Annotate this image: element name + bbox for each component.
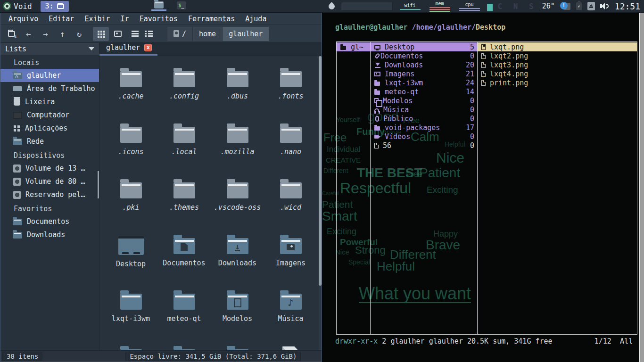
file-cell[interactable]: Imagens (264, 227, 317, 282)
sidebar-item[interactable]: Aplicações (0, 122, 99, 135)
file-cell[interactable] (264, 338, 317, 350)
file-name: Imagens (276, 259, 305, 267)
file-cell[interactable]: .mozilla (211, 115, 264, 171)
breadcrumb-current[interactable]: glaulher (223, 27, 269, 41)
sidebar-item[interactable]: Favoritos (0, 203, 99, 215)
sidebar-item[interactable]: Computador (0, 108, 99, 122)
menu-item[interactable]: Favoritos (135, 14, 182, 24)
file-row[interactable]: lxqt4.png (478, 69, 637, 78)
file-cell[interactable]: .icons (104, 115, 157, 171)
taskbar-terminal[interactable]: $ (175, 1, 188, 9)
menu-item[interactable]: Arquivo (4, 14, 42, 24)
sidebar-item[interactable]: ⌂ glaulher (0, 69, 99, 82)
file-cell[interactable]: .wicd (264, 171, 317, 227)
mem-monitor[interactable]: mem (428, 0, 452, 12)
void-menu[interactable]: Void (3, 2, 32, 11)
file-cell[interactable]: lxqt-i3wm (104, 282, 157, 338)
directory-row[interactable]: Desktop 5 (371, 42, 477, 51)
breadcrumb-home[interactable]: home (193, 27, 223, 41)
file-row[interactable]: print.png (478, 78, 637, 87)
file-cell[interactable]: Documentos (157, 227, 211, 282)
menu-item[interactable]: Ajuda (241, 14, 271, 24)
file-cell[interactable] (104, 338, 157, 350)
menu-item[interactable]: Exibir (80, 14, 114, 24)
file-cell[interactable]: .themes (157, 171, 211, 227)
file-cell[interactable]: Música (264, 282, 317, 338)
file-cell[interactable]: .fonts (264, 60, 317, 115)
directory-row[interactable]: Imagens 21 (371, 69, 477, 78)
file-permissions: drwxr-xr-x 2 glaulher glaulher 20.5K sum… (335, 337, 553, 346)
back-button[interactable]: ← (20, 27, 36, 41)
directory-row[interactable]: 56 0 (371, 141, 477, 150)
cpu-monitor[interactable]: cpu (457, 1, 482, 11)
menu-item[interactable]: Ir (116, 14, 133, 24)
breadcrumb-root[interactable]: / (167, 27, 193, 41)
sidebar-item[interactable]: Dispositivos (0, 149, 99, 162)
file-cell[interactable] (157, 338, 211, 350)
eject-icon[interactable] (587, 2, 595, 10)
file-cell[interactable]: .pki (104, 171, 157, 227)
tab-close-button[interactable]: x (144, 44, 152, 51)
file-cell[interactable]: .dbus (211, 60, 264, 115)
file-name: Música (278, 314, 303, 323)
file-cell[interactable] (211, 338, 264, 350)
file-row[interactable]: lxqt.png (478, 42, 637, 51)
up-button[interactable]: ↑ (54, 27, 70, 41)
main-scrollbar[interactable] (319, 56, 322, 350)
terminal-scrollbar[interactable] (639, 13, 644, 362)
sidebar-item[interactable]: Lixeira (0, 95, 99, 108)
lists-dropdown[interactable]: Lists (0, 43, 99, 55)
file-cell[interactable]: meteo-qt (157, 282, 211, 338)
sidebar-item[interactable]: Rede (0, 135, 99, 148)
directory-row[interactable]: Documentos 0 (371, 51, 477, 60)
speaker-icon[interactable] (600, 3, 609, 9)
tab-glaulher[interactable]: glaulher x (99, 42, 157, 56)
parent-dir-row[interactable]: gl~ (337, 42, 370, 51)
file-row[interactable]: lxqt2.png (478, 51, 637, 60)
wifi-monitor[interactable]: wifi (398, 2, 422, 10)
notification-icon[interactable]: ! (560, 2, 570, 11)
menu-item[interactable]: Editar (44, 14, 78, 24)
reload-button[interactable]: ↻ (71, 27, 87, 41)
sidebar-scrollbar[interactable] (98, 171, 99, 198)
sidebar-item[interactable]: Área de Trabalho (0, 82, 99, 95)
icon-view-button[interactable] (93, 27, 109, 41)
directory-row[interactable]: Vídeos 0 (371, 132, 477, 141)
folder-view: glaulher x .cache .config (99, 43, 322, 350)
water-drop-icon[interactable] (327, 2, 336, 10)
directory-row[interactable]: lxqt-i3wm 24 (371, 78, 477, 87)
file-row[interactable]: lxqt3.png (478, 60, 637, 69)
tray-slider[interactable] (341, 2, 393, 11)
file-cell[interactable]: .local (157, 115, 211, 171)
detailed-view-button[interactable] (144, 27, 160, 41)
sidebar-item[interactable]: Volume de 80 … (0, 175, 99, 188)
file-cell[interactable]: .nano (264, 115, 317, 171)
menu-item[interactable]: Ferramentas (184, 14, 239, 24)
taskbar-file-manager[interactable] (153, 1, 165, 8)
sidebar-item[interactable]: Reservado pel… (0, 188, 99, 201)
directory-row[interactable]: Público 0 (371, 114, 477, 123)
file-cell[interactable]: .config (157, 60, 211, 115)
sidebar-item[interactable]: Volume de 13 … (0, 162, 99, 175)
file-cell[interactable]: .cache (104, 60, 157, 115)
file-cell[interactable]: .vscode-oss (211, 171, 264, 227)
directory-row[interactable]: void-packages 17 (371, 123, 477, 132)
file-cell[interactable]: Downloads (211, 227, 264, 282)
file-name: Desktop (116, 260, 146, 268)
sidebar-item[interactable]: Documentos (0, 215, 99, 228)
sidebar-item[interactable]: Downloads (0, 228, 99, 241)
directory-row[interactable]: meteo-qt 14 (371, 87, 477, 96)
directory-row[interactable]: Downloads 20 (371, 60, 477, 69)
new-tab-button[interactable] (3, 27, 19, 41)
sidebar-item[interactable]: Locais (0, 57, 99, 69)
directory-row[interactable]: Modelos 0 (371, 96, 477, 105)
battery-icon[interactable]: ⚡ (576, 2, 582, 10)
forward-button[interactable]: → (37, 27, 53, 41)
file-cell[interactable]: Modelos (211, 282, 264, 338)
directory-row[interactable]: Música 0 (371, 105, 477, 114)
compact-view-button[interactable] (127, 27, 143, 41)
dir-name: Downloads (385, 61, 423, 69)
file-cell[interactable]: Desktop (104, 227, 157, 282)
thumbnail-view-button[interactable] (110, 27, 126, 41)
workspace-button[interactable]: 3: (41, 1, 69, 12)
